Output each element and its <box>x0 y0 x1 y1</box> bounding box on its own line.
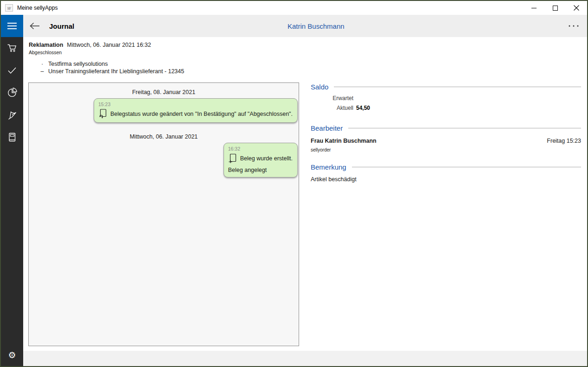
bearbeiter-section: Bearbeiter Frau Katrin Buschmann Freitag… <box>311 124 581 152</box>
journal-entry-bubble[interactable]: 16:32 Beleg wurde erstellt. Beleg angele… <box>224 143 298 177</box>
saldo-value: 54,50 <box>356 105 370 111</box>
more-ellipsis-icon <box>569 25 579 27</box>
pennant-icon <box>6 109 18 120</box>
sidebar-item-pie[interactable] <box>1 82 23 104</box>
cart-icon <box>7 44 17 53</box>
journal-entry-bubble[interactable]: 15:23 Belegstatus wurde geändert von "In… <box>94 98 298 123</box>
minimize-icon <box>531 6 537 11</box>
supplier-link: Unser Trainingslieferant Ihr Lieblingsli… <box>48 68 184 75</box>
entry-time: 15:23 <box>98 101 293 107</box>
app-title: Meine sellyApps <box>17 5 58 11</box>
settings-button[interactable]: ⚙ <box>1 344 23 366</box>
bearbeiter-heading: Bearbeiter <box>311 124 343 132</box>
hamburger-menu-button[interactable] <box>1 15 23 37</box>
timeline-date-header: Freitag, 08. Januar 2021 <box>29 89 299 95</box>
saldo-label: Erwartet <box>311 95 353 101</box>
back-button[interactable] <box>27 15 43 37</box>
sidebar-item-book[interactable] <box>1 126 23 148</box>
app-window: w Meine sellyApps <box>0 0 588 367</box>
bullet-dot: · <box>39 60 45 68</box>
bemerkung-section: Bemerkung Artikel beschädigt <box>311 163 581 183</box>
main-content: ReklamationMittwoch, 06. Januar 2021 16:… <box>23 37 587 366</box>
check-icon <box>7 67 17 74</box>
close-button[interactable] <box>566 1 587 15</box>
record-info: ReklamationMittwoch, 06. Januar 2021 16:… <box>29 42 184 75</box>
record-datetime: Mittwoch, 06. Januar 2021 16:32 <box>67 42 151 48</box>
record-links: · Testfirma sellysolutions – Unser Train… <box>29 60 184 75</box>
hamburger-menu-icon <box>7 23 17 24</box>
saldo-row-erwartet: Erwartet <box>311 95 581 101</box>
section-rule <box>348 128 581 128</box>
section-rule <box>352 167 581 167</box>
back-arrow-icon <box>30 22 40 30</box>
bullet-dash: – <box>39 68 45 75</box>
bottom-strip <box>23 351 587 366</box>
more-button[interactable] <box>566 15 582 37</box>
document-sync-icon <box>98 109 107 119</box>
record-type: Reklamation <box>29 42 63 48</box>
bearbeiter-app: sellyorder <box>311 147 581 152</box>
maximize-button[interactable] <box>544 1 566 15</box>
saldo-row-aktuell: Aktuell 54,50 <box>311 105 581 111</box>
sidebar-nav: ⚙ <box>1 37 23 366</box>
section-rule <box>334 87 581 87</box>
book-icon <box>7 132 17 142</box>
entry-text: Beleg wurde erstellt. <box>240 155 293 162</box>
timeline-date-header: Mittwoch, 06. Januar 2021 <box>29 133 299 140</box>
bemerkung-heading: Bemerkung <box>311 163 346 171</box>
bearbeiter-time: Freitag 15:23 <box>547 138 581 144</box>
bemerkung-text: Artikel beschädigt <box>311 176 581 183</box>
close-icon <box>574 5 579 11</box>
header-bar: Journal Katrin Buschmann <box>1 15 587 37</box>
window-controls <box>523 1 587 15</box>
entry-note: Beleg angelegt <box>228 167 293 173</box>
sidebar-item-check[interactable] <box>1 59 23 82</box>
journal-timeline-panel: Freitag, 08. Januar 2021 15:23 Belegstat… <box>28 82 299 346</box>
entry-text: Belegstatus wurde geändert von "In Bestä… <box>110 111 293 117</box>
record-status: Abgeschlossen <box>29 50 184 55</box>
details-panel: Saldo Erwartet Aktuell 54,50 Bearbeiter <box>311 83 581 183</box>
list-item: – Unser Trainingslieferant Ihr Lieblings… <box>29 68 184 75</box>
page-title: Journal <box>49 22 74 30</box>
pie-chart-icon <box>6 87 18 98</box>
sidebar-item-pennant[interactable] <box>1 104 23 126</box>
person-title: Katrin Buschmann <box>288 15 345 37</box>
list-item: · Testfirma sellysolutions <box>29 60 184 68</box>
saldo-label: Aktuell <box>311 105 353 111</box>
bearbeiter-name: Frau Katrin Buschmann <box>311 138 377 144</box>
document-add-icon <box>228 153 237 163</box>
company-link: Testfirma sellysolutions <box>48 60 108 68</box>
minimize-button[interactable] <box>523 1 544 15</box>
entry-time: 16:32 <box>228 146 293 152</box>
saldo-section: Saldo Erwartet Aktuell 54,50 <box>311 83 581 111</box>
maximize-icon <box>553 6 558 11</box>
sidebar-item-cart[interactable] <box>1 37 23 59</box>
titlebar: w Meine sellyApps <box>1 1 587 15</box>
saldo-heading: Saldo <box>311 83 328 91</box>
gear-icon: ⚙ <box>8 351 16 360</box>
app-logo-icon: w <box>5 4 13 12</box>
